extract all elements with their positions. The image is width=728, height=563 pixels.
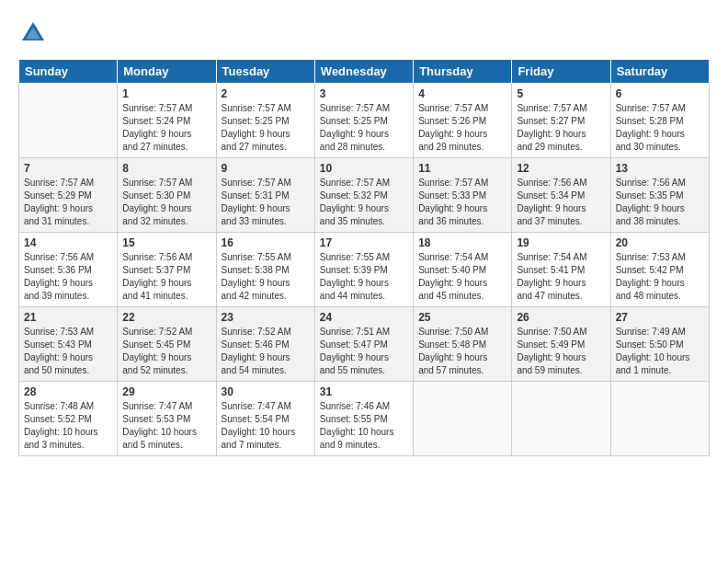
day-number: 26 — [517, 311, 605, 324]
calendar-cell: 17Sunrise: 7:55 AM Sunset: 5:39 PM Dayli… — [314, 233, 413, 307]
day-number: 24 — [320, 311, 408, 324]
day-number: 9 — [222, 162, 310, 175]
week-row-4: 21Sunrise: 7:53 AM Sunset: 5:43 PM Dayli… — [19, 307, 710, 382]
calendar-cell: 1Sunrise: 7:57 AM Sunset: 5:24 PM Daylig… — [118, 84, 216, 158]
day-number: 16 — [222, 236, 310, 249]
day-info: Sunrise: 7:49 AM Sunset: 5:50 PM Dayligh… — [616, 326, 704, 377]
day-number: 4 — [418, 87, 506, 100]
page: SundayMondayTuesdayWednesdayThursdayFrid… — [0, 0, 728, 563]
day-info: Sunrise: 7:52 AM Sunset: 5:46 PM Dayligh… — [222, 326, 310, 377]
day-info: Sunrise: 7:47 AM Sunset: 5:54 PM Dayligh… — [222, 400, 310, 452]
day-info: Sunrise: 7:53 AM Sunset: 5:43 PM Dayligh… — [24, 326, 112, 377]
calendar-cell: 7Sunrise: 7:57 AM Sunset: 5:29 PM Daylig… — [19, 158, 118, 233]
day-number: 17 — [320, 236, 408, 249]
calendar-cell: 27Sunrise: 7:49 AM Sunset: 5:50 PM Dayli… — [610, 307, 709, 382]
day-number: 11 — [418, 162, 506, 175]
day-info: Sunrise: 7:47 AM Sunset: 5:53 PM Dayligh… — [122, 400, 210, 452]
day-info: Sunrise: 7:54 AM Sunset: 5:41 PM Dayligh… — [517, 251, 605, 303]
day-info: Sunrise: 7:52 AM Sunset: 5:45 PM Dayligh… — [122, 326, 210, 377]
day-number: 18 — [418, 236, 506, 249]
calendar-cell: 25Sunrise: 7:50 AM Sunset: 5:48 PM Dayli… — [414, 307, 512, 382]
calendar-cell: 30Sunrise: 7:47 AM Sunset: 5:54 PM Dayli… — [216, 382, 314, 456]
weekday-header-tuesday: Tuesday — [216, 60, 314, 84]
day-number: 6 — [616, 87, 704, 100]
calendar-cell: 26Sunrise: 7:50 AM Sunset: 5:49 PM Dayli… — [512, 307, 610, 382]
day-number: 5 — [517, 87, 605, 100]
weekday-header-friday: Friday — [512, 60, 610, 84]
calendar-cell: 22Sunrise: 7:52 AM Sunset: 5:45 PM Dayli… — [118, 307, 216, 382]
day-number: 22 — [122, 311, 210, 324]
day-number: 1 — [122, 87, 210, 100]
day-number: 19 — [517, 236, 605, 249]
weekday-header-saturday: Saturday — [610, 60, 709, 84]
day-info: Sunrise: 7:56 AM Sunset: 5:37 PM Dayligh… — [122, 251, 210, 303]
logo-icon — [18, 18, 48, 48]
calendar-cell: 11Sunrise: 7:57 AM Sunset: 5:33 PM Dayli… — [414, 158, 512, 233]
weekday-header-thursday: Thursday — [414, 60, 512, 84]
calendar-cell: 16Sunrise: 7:55 AM Sunset: 5:38 PM Dayli… — [216, 233, 314, 307]
calendar-cell: 14Sunrise: 7:56 AM Sunset: 5:36 PM Dayli… — [19, 233, 118, 307]
calendar-cell: 15Sunrise: 7:56 AM Sunset: 5:37 PM Dayli… — [118, 233, 216, 307]
day-number: 13 — [616, 162, 704, 175]
weekday-header-sunday: Sunday — [19, 60, 118, 84]
week-row-5: 28Sunrise: 7:48 AM Sunset: 5:52 PM Dayli… — [19, 382, 710, 456]
calendar-cell — [414, 382, 512, 456]
day-number: 25 — [418, 311, 506, 324]
calendar-cell: 21Sunrise: 7:53 AM Sunset: 5:43 PM Dayli… — [19, 307, 118, 382]
calendar-cell: 19Sunrise: 7:54 AM Sunset: 5:41 PM Dayli… — [512, 233, 610, 307]
day-number: 2 — [222, 87, 310, 100]
calendar-cell: 10Sunrise: 7:57 AM Sunset: 5:32 PM Dayli… — [314, 158, 413, 233]
day-info: Sunrise: 7:57 AM Sunset: 5:26 PM Dayligh… — [418, 102, 506, 154]
day-info: Sunrise: 7:53 AM Sunset: 5:42 PM Dayligh… — [616, 251, 704, 303]
day-number: 21 — [24, 311, 112, 324]
day-number: 3 — [320, 87, 408, 100]
day-info: Sunrise: 7:57 AM Sunset: 5:30 PM Dayligh… — [122, 177, 210, 228]
calendar-cell: 9Sunrise: 7:57 AM Sunset: 5:31 PM Daylig… — [216, 158, 314, 233]
calendar-cell — [19, 84, 118, 158]
weekday-header-wednesday: Wednesday — [314, 60, 413, 84]
calendar-cell: 23Sunrise: 7:52 AM Sunset: 5:46 PM Dayli… — [216, 307, 314, 382]
day-number: 29 — [122, 385, 210, 398]
calendar-cell: 29Sunrise: 7:47 AM Sunset: 5:53 PM Dayli… — [118, 382, 216, 456]
day-number: 31 — [320, 385, 408, 398]
calendar-cell: 6Sunrise: 7:57 AM Sunset: 5:28 PM Daylig… — [610, 84, 709, 158]
calendar-cell: 3Sunrise: 7:57 AM Sunset: 5:25 PM Daylig… — [314, 84, 413, 158]
day-info: Sunrise: 7:57 AM Sunset: 5:31 PM Dayligh… — [222, 177, 310, 228]
calendar-cell: 8Sunrise: 7:57 AM Sunset: 5:30 PM Daylig… — [118, 158, 216, 233]
day-info: Sunrise: 7:48 AM Sunset: 5:52 PM Dayligh… — [24, 400, 112, 452]
day-info: Sunrise: 7:57 AM Sunset: 5:24 PM Dayligh… — [122, 102, 210, 154]
day-number: 30 — [222, 385, 310, 398]
day-info: Sunrise: 7:56 AM Sunset: 5:34 PM Dayligh… — [517, 177, 605, 228]
calendar-cell — [512, 382, 610, 456]
day-info: Sunrise: 7:56 AM Sunset: 5:36 PM Dayligh… — [24, 251, 112, 303]
day-info: Sunrise: 7:51 AM Sunset: 5:47 PM Dayligh… — [320, 326, 408, 377]
day-number: 14 — [24, 236, 112, 249]
calendar-cell: 2Sunrise: 7:57 AM Sunset: 5:25 PM Daylig… — [216, 84, 314, 158]
day-info: Sunrise: 7:55 AM Sunset: 5:38 PM Dayligh… — [222, 251, 310, 303]
day-info: Sunrise: 7:57 AM Sunset: 5:25 PM Dayligh… — [222, 102, 310, 154]
calendar-cell: 18Sunrise: 7:54 AM Sunset: 5:40 PM Dayli… — [414, 233, 512, 307]
day-number: 28 — [24, 385, 112, 398]
weekday-header-row: SundayMondayTuesdayWednesdayThursdayFrid… — [19, 60, 710, 84]
day-info: Sunrise: 7:50 AM Sunset: 5:49 PM Dayligh… — [517, 326, 605, 377]
calendar-cell: 24Sunrise: 7:51 AM Sunset: 5:47 PM Dayli… — [314, 307, 413, 382]
calendar-cell: 12Sunrise: 7:56 AM Sunset: 5:34 PM Dayli… — [512, 158, 610, 233]
calendar-cell — [610, 382, 709, 456]
day-info: Sunrise: 7:54 AM Sunset: 5:40 PM Dayligh… — [418, 251, 506, 303]
day-info: Sunrise: 7:56 AM Sunset: 5:35 PM Dayligh… — [616, 177, 704, 228]
day-number: 10 — [320, 162, 408, 175]
logo — [18, 18, 53, 48]
day-number: 23 — [222, 311, 310, 324]
day-number: 7 — [24, 162, 112, 175]
day-number: 12 — [517, 162, 605, 175]
calendar-cell: 5Sunrise: 7:57 AM Sunset: 5:27 PM Daylig… — [512, 84, 610, 158]
week-row-3: 14Sunrise: 7:56 AM Sunset: 5:36 PM Dayli… — [19, 233, 710, 307]
day-number: 8 — [122, 162, 210, 175]
day-info: Sunrise: 7:46 AM Sunset: 5:55 PM Dayligh… — [320, 400, 408, 452]
day-info: Sunrise: 7:57 AM Sunset: 5:25 PM Dayligh… — [320, 102, 408, 154]
day-number: 27 — [616, 311, 704, 324]
calendar-cell: 31Sunrise: 7:46 AM Sunset: 5:55 PM Dayli… — [314, 382, 413, 456]
day-number: 20 — [616, 236, 704, 249]
calendar-cell: 20Sunrise: 7:53 AM Sunset: 5:42 PM Dayli… — [610, 233, 709, 307]
calendar: SundayMondayTuesdayWednesdayThursdayFrid… — [18, 59, 710, 456]
